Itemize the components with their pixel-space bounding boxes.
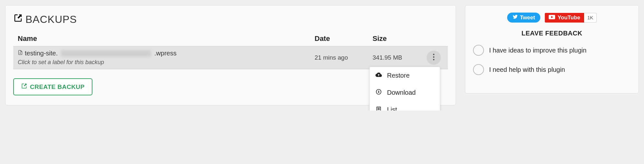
radio-icon bbox=[473, 45, 484, 56]
table-header: Name Date Size bbox=[13, 31, 448, 46]
svg-point-1 bbox=[433, 56, 434, 58]
cloud-restore-icon bbox=[375, 72, 382, 80]
export-icon bbox=[21, 83, 27, 91]
youtube-count: 1K bbox=[584, 13, 597, 23]
dropdown-restore[interactable]: Restore bbox=[370, 67, 440, 84]
row-actions-dropdown: Restore Download List Delete bbox=[369, 67, 440, 111]
label-hint[interactable]: Click to set a label for this backup bbox=[18, 59, 315, 66]
file-icon bbox=[18, 50, 23, 57]
youtube-group: YouTube 1K bbox=[545, 13, 597, 23]
sidebar-panel: Tweet YouTube 1K LEAVE FEEDBACK I have i… bbox=[465, 5, 639, 93]
svg-point-0 bbox=[433, 54, 434, 55]
youtube-button[interactable]: YouTube bbox=[545, 13, 584, 23]
feedback-option-ideas[interactable]: I have ideas to improve this plugin bbox=[473, 45, 631, 56]
dropdown-list-label: List bbox=[387, 106, 397, 111]
backups-table: Name Date Size testing-site. .wpress Cli… bbox=[13, 31, 448, 69]
backups-title: BACKUPS bbox=[13, 13, 448, 25]
cell-size: 341.95 MB bbox=[373, 54, 424, 61]
col-date: Date bbox=[315, 34, 373, 43]
more-vertical-icon bbox=[433, 53, 435, 62]
create-backup-label: CREATE BACKUP bbox=[30, 83, 85, 91]
file-name: testing-site. .wpress bbox=[18, 50, 315, 57]
backups-title-text: BACKUPS bbox=[25, 14, 77, 25]
create-backup-button[interactable]: CREATE BACKUP bbox=[13, 78, 92, 95]
feedback-option-help[interactable]: I need help with this plugin bbox=[473, 64, 631, 75]
dropdown-restore-label: Restore bbox=[387, 72, 410, 79]
feedback-option-label: I need help with this plugin bbox=[489, 66, 565, 73]
tweet-label: Tweet bbox=[520, 14, 535, 21]
list-icon bbox=[375, 106, 382, 111]
cell-name[interactable]: testing-site. .wpress Click to set a lab… bbox=[18, 50, 315, 66]
social-row: Tweet YouTube 1K bbox=[473, 13, 631, 23]
backups-panel: BACKUPS Name Date Size testing-site. bbox=[5, 5, 456, 105]
cell-date: 21 mins ago bbox=[315, 54, 373, 61]
dropdown-download-label: Download bbox=[387, 89, 416, 96]
twitter-icon bbox=[512, 14, 518, 21]
col-size: Size bbox=[373, 34, 424, 43]
feedback-option-label: I have ideas to improve this plugin bbox=[489, 47, 586, 54]
download-icon bbox=[375, 89, 382, 97]
file-suffix: .wpress bbox=[154, 50, 176, 57]
table-row: testing-site. .wpress Click to set a lab… bbox=[13, 46, 448, 69]
export-icon bbox=[13, 13, 23, 25]
col-actions bbox=[424, 34, 443, 43]
youtube-label: YouTube bbox=[558, 14, 580, 21]
dropdown-list[interactable]: List bbox=[370, 101, 440, 111]
blurred-text bbox=[61, 50, 151, 57]
tweet-button[interactable]: Tweet bbox=[507, 13, 540, 23]
col-name: Name bbox=[18, 34, 315, 43]
row-actions-button[interactable] bbox=[427, 51, 441, 65]
svg-point-2 bbox=[433, 59, 434, 60]
dropdown-download[interactable]: Download bbox=[370, 84, 440, 101]
radio-icon bbox=[473, 64, 484, 75]
file-prefix: testing-site. bbox=[25, 50, 58, 57]
youtube-icon bbox=[549, 14, 555, 21]
feedback-title: LEAVE FEEDBACK bbox=[473, 30, 631, 37]
